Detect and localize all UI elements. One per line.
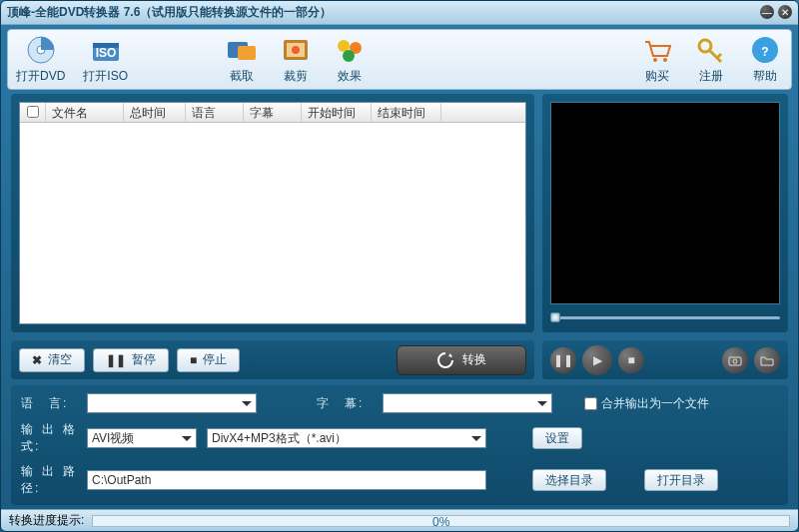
- progress-label: 转换进度提示:: [9, 512, 84, 529]
- clear-button[interactable]: ✖清空: [19, 348, 85, 372]
- toolbar: 打开DVD ISO 打开ISO 截取 裁剪 效果 购买 注册 ? 帮助: [7, 29, 792, 90]
- col-subtitle[interactable]: 字幕: [244, 103, 302, 122]
- choose-dir-button[interactable]: 选择目录: [532, 469, 606, 491]
- help-icon: ?: [747, 34, 783, 66]
- minimize-button[interactable]: —: [760, 5, 774, 19]
- folder-icon: [760, 354, 774, 366]
- pause-button[interactable]: ❚❚暂停: [93, 348, 169, 372]
- svg-point-14: [663, 58, 667, 62]
- seek-slider[interactable]: [550, 310, 780, 324]
- stop-button[interactable]: ■停止: [177, 348, 240, 372]
- open-dvd-button[interactable]: 打开DVD: [16, 34, 65, 85]
- effect-icon: [332, 34, 368, 66]
- capture-icon: [224, 34, 260, 66]
- svg-point-13: [653, 58, 657, 62]
- svg-rect-18: [729, 357, 741, 365]
- capture-button[interactable]: 截取: [224, 34, 260, 85]
- svg-text:?: ?: [761, 45, 768, 59]
- video-preview: [550, 102, 780, 305]
- convert-button[interactable]: 转换: [397, 345, 526, 375]
- refresh-icon: [436, 351, 454, 369]
- language-label: 语 言:: [21, 395, 77, 412]
- playback-controls: ❚❚ ▶ ■: [542, 340, 788, 379]
- key-icon: [693, 34, 729, 66]
- open-iso-button[interactable]: ISO 打开ISO: [83, 34, 128, 85]
- pb-play-button[interactable]: ▶: [582, 345, 612, 375]
- file-list-panel: 文件名 总时间 语言 字幕 开始时间 结束时间: [11, 94, 534, 333]
- preview-panel: [542, 94, 788, 333]
- title-bar: 顶峰-全能DVD转换器 7.6（试用版只能转换源文件的一部分） — ✕: [1, 1, 798, 25]
- task-controls: ✖清空 ❚❚暂停 ■停止 转换: [11, 340, 534, 379]
- pause-icon: ❚❚: [106, 353, 126, 367]
- buy-button[interactable]: 购买: [639, 34, 675, 85]
- svg-text:ISO: ISO: [95, 46, 116, 60]
- x-icon: ✖: [32, 353, 42, 367]
- pb-stop-button[interactable]: ■: [618, 347, 644, 373]
- path-label: 输出路径:: [21, 463, 77, 497]
- cart-icon: [639, 34, 675, 66]
- col-duration[interactable]: 总时间: [124, 103, 186, 122]
- crop-icon: [278, 34, 314, 66]
- snapshot-button[interactable]: [722, 347, 748, 373]
- window-title: 顶峰-全能DVD转换器 7.6（试用版只能转换源文件的一部分）: [7, 4, 332, 21]
- select-all-checkbox[interactable]: [20, 103, 46, 122]
- crop-button[interactable]: 裁剪: [278, 34, 314, 85]
- dvd-icon: [23, 34, 59, 66]
- codec-select[interactable]: DivX4+MP3格式（*.avi）: [207, 428, 486, 448]
- svg-point-19: [733, 359, 737, 363]
- settings-button[interactable]: 设置: [532, 427, 582, 449]
- subtitle-select[interactable]: [383, 393, 552, 413]
- col-end[interactable]: 结束时间: [372, 103, 441, 122]
- col-language[interactable]: 语言: [186, 103, 244, 122]
- merge-checkbox[interactable]: 合并输出为一个文件: [584, 395, 709, 412]
- subtitle-label: 字 幕:: [317, 395, 373, 412]
- svg-point-12: [343, 50, 355, 62]
- progress-value: 0%: [432, 515, 449, 529]
- help-button[interactable]: ? 帮助: [747, 34, 783, 85]
- camera-icon: [728, 354, 742, 366]
- open-dir-button[interactable]: 打开目录: [644, 469, 718, 491]
- close-button[interactable]: ✕: [778, 5, 792, 19]
- stop-icon: ■: [190, 353, 197, 367]
- progress-bar-area: 转换进度提示: 0%: [1, 509, 798, 531]
- pb-pause-button[interactable]: ❚❚: [550, 347, 576, 373]
- iso-icon: ISO: [88, 34, 124, 66]
- col-filename[interactable]: 文件名: [46, 103, 124, 122]
- format-select[interactable]: AVI视频: [87, 428, 197, 448]
- open-snapshot-folder-button[interactable]: [754, 347, 780, 373]
- svg-point-9: [292, 46, 300, 54]
- svg-rect-6: [238, 46, 256, 60]
- output-path-input[interactable]: [87, 470, 486, 490]
- file-list[interactable]: 文件名 总时间 语言 字幕 开始时间 结束时间: [19, 102, 526, 325]
- col-start[interactable]: 开始时间: [302, 103, 372, 122]
- language-select[interactable]: [87, 393, 257, 413]
- effect-button[interactable]: 效果: [332, 34, 368, 85]
- format-label: 输出格式:: [21, 421, 77, 455]
- progress-bar: 0%: [92, 515, 790, 527]
- register-button[interactable]: 注册: [693, 34, 729, 85]
- file-list-header: 文件名 总时间 语言 字幕 开始时间 结束时间: [20, 103, 525, 123]
- settings-panel: 语 言: 字 幕: 合并输出为一个文件 输出格式: AVI视频 DivX4+MP…: [11, 385, 788, 505]
